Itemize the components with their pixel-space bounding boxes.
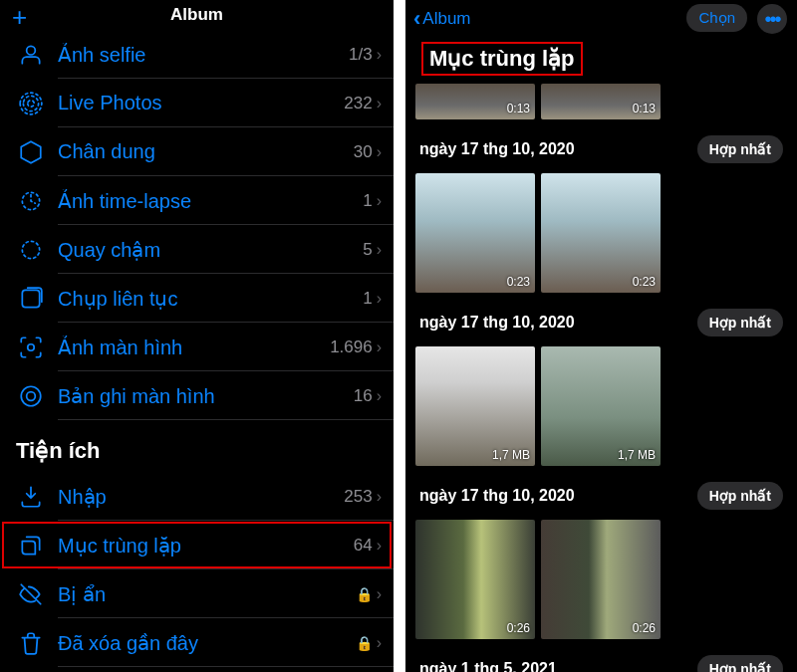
thumbnail[interactable]: 1,7 MB	[541, 346, 661, 466]
media-item-slomo[interactable]: Quay chậm 5 ›	[0, 225, 394, 274]
utilities-list: Nhập 253 › Mục trùng lặp 64 › Bị ẩn 🔒 › …	[0, 472, 394, 667]
media-item-burst[interactable]: Chụp liên tục 1 ›	[0, 274, 394, 323]
thumbnail[interactable]: 1,7 MB	[415, 346, 535, 466]
thumbnail[interactable]: 0:13	[541, 84, 661, 119]
thumbnail[interactable]: 0:26	[541, 520, 661, 639]
duration-badge: 0:26	[633, 621, 656, 635]
duration-badge: 0:23	[633, 275, 656, 289]
duplicate-groups: ngày 17 thg 10, 2020 Hợp nhất 0:230:23 n…	[405, 125, 797, 672]
chevron-right-icon: ›	[377, 585, 382, 603]
chevron-right-icon: ›	[377, 634, 382, 652]
row-label: Live Photos	[58, 92, 344, 114]
timelapse-icon	[16, 186, 46, 216]
chevron-right-icon: ›	[377, 192, 382, 210]
thumbnail[interactable]: 0:23	[415, 173, 535, 293]
media-item-timelapse[interactable]: Ảnh time-lapse 1 ›	[0, 176, 394, 225]
page-title: Mục trùng lặp	[421, 42, 583, 76]
album-title: Album	[170, 5, 223, 25]
row-label: Ảnh time-lapse	[58, 189, 363, 213]
more-button[interactable]: •••	[757, 4, 787, 34]
thumb-row: 0:130:13	[415, 84, 787, 119]
media-item-selfie[interactable]: Ảnh selfie 1/3 ›	[0, 30, 394, 79]
row-count: 232	[344, 94, 372, 113]
chevron-right-icon: ›	[377, 387, 382, 405]
media-item-screenshot[interactable]: Ảnh màn hình 1.696 ›	[0, 323, 394, 371]
group-date: ngày 17 thg 10, 2020	[419, 140, 575, 158]
row-label: Quay chậm	[58, 238, 363, 262]
album-header: + Album	[0, 0, 394, 30]
duplicate-group: ngày 17 thg 10, 2020 Hợp nhất 0:230:23	[405, 125, 797, 299]
live-icon	[16, 89, 46, 118]
burst-icon	[16, 284, 46, 314]
merge-button[interactable]: Hợp nhất	[697, 482, 783, 510]
back-button[interactable]: ‹ Album	[413, 6, 471, 32]
row-label: Đã xóa gần đây	[58, 631, 356, 655]
duration-badge: 0:13	[507, 102, 530, 115]
row-count: 5	[363, 240, 372, 260]
duration-badge: 0:23	[507, 275, 530, 289]
merge-button[interactable]: Hợp nhất	[697, 135, 783, 163]
selfie-icon	[16, 40, 46, 70]
row-count: 64	[354, 536, 373, 556]
util-item-hidden[interactable]: Bị ẩn 🔒 ›	[0, 569, 394, 618]
lock-icon: 🔒	[356, 635, 373, 651]
chevron-right-icon: ›	[377, 46, 382, 64]
thumbnail[interactable]: 0:23	[541, 173, 661, 293]
media-types-list: Ảnh selfie 1/3 › Live Photos 232 › Chân …	[0, 30, 394, 420]
chevron-right-icon: ›	[377, 95, 382, 112]
chevron-left-icon: ‹	[413, 6, 420, 32]
duplicate-group: ngày 17 thg 10, 2020 Hợp nhất 0:260:26	[405, 472, 797, 645]
screenrec-icon	[16, 381, 46, 411]
add-album-button[interactable]: +	[12, 4, 27, 30]
slomo-icon	[16, 235, 46, 265]
thumbnail[interactable]: 0:26	[415, 520, 535, 639]
chevron-right-icon: ›	[377, 537, 382, 555]
duplicates-header: ‹ Album Chọn •••	[405, 0, 797, 36]
chevron-right-icon: ›	[377, 143, 382, 161]
ellipsis-icon: •••	[764, 8, 779, 31]
row-label: Ảnh selfie	[58, 43, 349, 67]
row-count: 16	[354, 386, 373, 406]
duration-badge: 1,7 MB	[618, 448, 656, 462]
thumb-row: 0:260:26	[415, 520, 787, 639]
row-label: Bị ẩn	[58, 582, 356, 606]
group-date: ngày 1 thg 5, 2021	[419, 660, 557, 672]
duration-badge: 0:13	[633, 102, 656, 115]
thumbnail[interactable]: 0:13	[415, 84, 535, 119]
portrait-icon	[16, 137, 46, 167]
thumb-row: 0:230:23	[415, 173, 787, 293]
util-item-trash[interactable]: Đã xóa gần đây 🔒 ›	[0, 618, 394, 667]
select-button[interactable]: Chọn	[686, 4, 747, 32]
row-count: 1/3	[349, 45, 373, 65]
media-item-screenrec[interactable]: Bản ghi màn hình 16 ›	[0, 371, 394, 420]
merge-button[interactable]: Hợp nhất	[697, 655, 783, 672]
duration-badge: 0:26	[507, 621, 530, 635]
util-item-dupes[interactable]: Mục trùng lặp 64 ›	[0, 521, 394, 569]
duration-badge: 1,7 MB	[492, 448, 530, 462]
row-count: 1	[363, 191, 372, 211]
trash-icon	[16, 628, 46, 658]
duplicate-group: ngày 17 thg 10, 2020 Hợp nhất 1,7 MB1,7 …	[405, 299, 797, 472]
utilities-header: Tiện ích	[0, 420, 394, 472]
media-item-live[interactable]: Live Photos 232 ›	[0, 79, 394, 127]
page-title-wrap: Mục trùng lặp	[405, 36, 797, 84]
util-item-import[interactable]: Nhập 253 ›	[0, 472, 394, 521]
chevron-right-icon: ›	[377, 488, 382, 506]
merge-button[interactable]: Hợp nhất	[697, 309, 783, 336]
album-list-pane: + Album Ảnh selfie 1/3 › Live Photos 232…	[0, 0, 394, 672]
dupes-icon	[16, 531, 46, 560]
row-label: Mục trùng lặp	[58, 534, 354, 558]
duplicate-group: ngày 1 thg 5, 2021 Hợp nhất	[405, 645, 797, 672]
lock-icon: 🔒	[356, 586, 373, 602]
import-icon	[16, 482, 46, 512]
thumb-row: 1,7 MB1,7 MB	[415, 346, 787, 466]
chevron-right-icon: ›	[377, 241, 382, 259]
back-label: Album	[422, 9, 470, 29]
screenshot-icon	[16, 333, 46, 362]
row-count: 30	[354, 142, 373, 162]
group-date: ngày 17 thg 10, 2020	[419, 314, 575, 332]
chevron-right-icon: ›	[377, 338, 382, 356]
row-count: 1.696	[330, 337, 373, 357]
duplicates-pane: ‹ Album Chọn ••• Mục trùng lặp 0:130:13 …	[405, 0, 797, 672]
media-item-portrait[interactable]: Chân dung 30 ›	[0, 127, 394, 176]
